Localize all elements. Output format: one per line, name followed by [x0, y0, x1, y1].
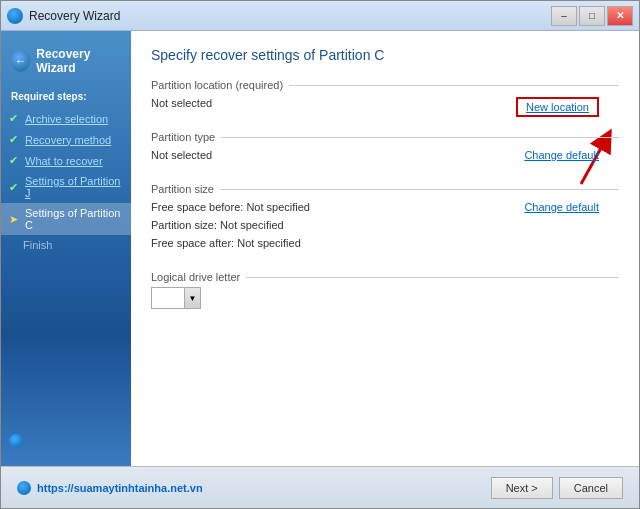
check-icon: ✔ [9, 112, 21, 125]
partition-type-label: Partition type [151, 131, 619, 143]
check-icon: ✔ [9, 133, 21, 146]
sidebar-bottom [1, 426, 131, 456]
sidebar-item-label: Recovery method [25, 134, 111, 146]
sidebar-item-label: Archive selection [25, 113, 108, 125]
sidebar-item-what-to-recover[interactable]: ✔ What to recover [1, 150, 131, 171]
sidebar-header: ← Recovery Wizard [1, 41, 131, 87]
title-bar-left: Recovery Wizard [7, 8, 120, 24]
footer-url: https://suamaytinhtainha.net.vn [17, 481, 203, 495]
drive-letter-dropdown[interactable]: ▼ [151, 287, 201, 309]
footer: https://suamaytinhtainha.net.vn Next > C… [1, 466, 639, 508]
sidebar-item-label: Settings of Partition C [25, 207, 123, 231]
sidebar-title: Recovery Wizard [36, 47, 121, 75]
recovery-wizard-window: Recovery Wizard – □ ✕ ← Recovery Wizard … [0, 0, 640, 509]
sidebar-item-archive-selection[interactable]: ✔ Archive selection [1, 108, 131, 129]
sidebar: ← Recovery Wizard Required steps: ✔ Arch… [1, 31, 131, 466]
free-space-after: Free space after: Not specified [151, 235, 619, 251]
maximize-button[interactable]: □ [579, 6, 605, 26]
sidebar-item-label: Settings of Partition J [25, 175, 123, 199]
cancel-button[interactable]: Cancel [559, 477, 623, 499]
sidebar-item-recovery-method[interactable]: ✔ Recovery method [1, 129, 131, 150]
sidebar-url [9, 434, 123, 448]
title-bar-controls: – □ ✕ [551, 6, 633, 26]
logical-drive-label: Logical drive letter [151, 271, 619, 283]
partition-size-label: Partition size [151, 183, 619, 195]
dropdown-arrow-icon: ▼ [184, 288, 200, 308]
partition-type-section: Partition type Not selected Change defau… [151, 131, 619, 163]
arrow-icon: ➤ [9, 213, 21, 226]
required-steps-label: Required steps: [1, 87, 131, 106]
check-icon: ✔ [9, 181, 21, 194]
app-icon [7, 8, 23, 24]
close-button[interactable]: ✕ [607, 6, 633, 26]
partition-location-label: Partition location (required) [151, 79, 619, 91]
main-area: ← Recovery Wizard Required steps: ✔ Arch… [1, 31, 639, 466]
new-location-button[interactable]: New location [516, 97, 599, 117]
sidebar-item-settings-partition-j[interactable]: ✔ Settings of Partition J [1, 171, 131, 203]
sidebar-finish-item: Finish [1, 235, 131, 255]
check-icon: ✔ [9, 154, 21, 167]
globe-icon [9, 434, 23, 448]
minimize-button[interactable]: – [551, 6, 577, 26]
partition-size-section: Partition size Free space before: Not sp… [151, 183, 619, 251]
footer-url-text: https://suamaytinhtainha.net.vn [37, 482, 203, 494]
title-bar: Recovery Wizard – □ ✕ [1, 1, 639, 31]
window-title: Recovery Wizard [29, 9, 120, 23]
partition-type-change-default[interactable]: Change default [524, 149, 599, 161]
back-button[interactable]: ← [11, 50, 30, 72]
footer-globe-icon [17, 481, 31, 495]
content-panel: Specify recover settings of Partition C … [131, 31, 639, 466]
logical-drive-section: Logical drive letter ▼ [151, 271, 619, 309]
partition-size-change-default[interactable]: Change default [524, 201, 599, 213]
sidebar-item-label: What to recover [25, 155, 103, 167]
next-button[interactable]: Next > [491, 477, 553, 499]
sidebar-item-settings-partition-c[interactable]: ➤ Settings of Partition C [1, 203, 131, 235]
content-title: Specify recover settings of Partition C [151, 47, 619, 63]
partition-location-section: Partition location (required) Not select… [151, 79, 619, 111]
footer-buttons: Next > Cancel [491, 477, 623, 499]
partition-size-value: Partition size: Not specified [151, 217, 619, 233]
